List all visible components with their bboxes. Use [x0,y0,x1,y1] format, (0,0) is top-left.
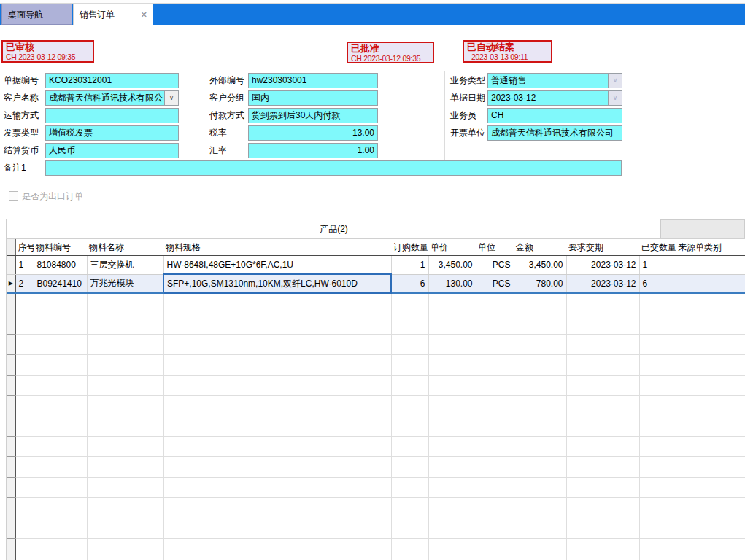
stamp-audited-title: 已审核 [6,42,90,52]
grid-empty-cell [514,335,566,355]
grid-empty-cell [87,293,163,314]
grid-empty-cell [428,396,476,416]
grid-empty-cell [428,293,476,314]
row-selector-cell [7,498,15,518]
tax-rate-field[interactable]: 13.00 [248,125,378,141]
stamp-auto-closed: 已自动结案 2023-03-13 09:11 [463,40,552,63]
biz-type-combobox[interactable]: 普通销售 ∨ [487,73,622,88]
cell-unit[interactable]: PCS [476,256,514,275]
grid-empty-cell [514,355,566,376]
close-tab-icon[interactable]: ✕ [141,4,147,26]
biz-type-dropdown-button[interactable]: ∨ [608,74,622,88]
cell-item-name[interactable]: 万兆光模块 [87,274,163,293]
cell-item-code[interactable]: B09241410 [34,274,87,293]
grid-empty-cell [639,376,676,396]
cell-amount[interactable]: 780.00 [514,274,566,293]
payment-field[interactable]: 货到票到后30天内付款 [248,108,378,123]
grid-empty-cell [566,478,639,498]
grid-empty-cell [676,376,745,396]
grid-empty-cell [391,396,428,416]
grid-empty-cell [566,539,639,559]
cell-delivered-qty[interactable]: 6 [639,274,676,293]
grid-empty-cell [87,396,163,416]
billing-unit-field[interactable]: 成都普天信科通讯技术有限公司 [487,125,622,141]
product-grid-caption: 产品(2) [7,219,661,238]
col-header-order-qty: 订购数量 [391,239,428,256]
cell-unit[interactable]: PCS [476,274,514,293]
currency-field[interactable]: 人民币 [45,143,179,158]
grid-empty-cell [428,437,476,457]
col-header-unit-price: 单价 [428,239,476,256]
tab-desktop-nav-label: 桌面导航 [8,9,43,20]
row-selector-cell[interactable] [7,256,15,275]
grid-empty-cell [34,539,87,559]
grid-empty-cell [676,314,745,335]
cell-unit-price[interactable]: 3,450.00 [428,256,476,275]
cell-seq[interactable]: 2 [15,274,34,293]
product-grid-corner-panel [660,219,745,238]
grid-empty-cell [514,478,566,498]
cell-item-name[interactable]: 三层交换机 [87,256,163,275]
col-header-required-date: 要求交期 [566,239,639,256]
cell-source-type[interactable] [676,256,745,275]
grid-empty-row [7,335,745,355]
customer-name-dropdown-button[interactable]: ∨ [164,91,178,105]
tab-desktop-nav[interactable]: 桌面导航 [1,4,72,25]
product-grid-caption-row: 产品(2) [7,219,745,239]
tab-sales-order[interactable]: 销售订单 ✕ [73,4,153,25]
grid-empty-cell [514,457,566,478]
doc-no-field[interactable]: KCO230312001 [45,73,179,88]
salesman-field[interactable]: CH [487,108,622,123]
currency-label: 结算货币 [4,143,39,158]
cell-order-qty[interactable]: 1 [391,256,428,275]
external-no-field[interactable]: hw230303001 [248,73,378,88]
product-row-1: 1 81084800 三层交换机 HW-8648I,48GE+10G*6F,AC… [7,256,745,275]
cell-seq[interactable]: 1 [15,256,34,275]
cell-required-date[interactable]: 2023-03-12 [566,274,639,293]
grid-empty-cell [391,293,428,314]
grid-empty-cell [566,416,639,437]
transport-field[interactable] [45,108,179,123]
cell-amount[interactable]: 3,450.00 [514,256,566,275]
sales-order-window: 桌面导航 销售订单 ✕ 已审核 CH 2023-03-12 09:35 已批准 … [0,0,745,560]
export-order-checkbox[interactable] [9,191,18,201]
row-selector-cell [7,396,15,416]
grid-empty-cell [476,478,514,498]
grid-empty-cell [639,355,676,376]
cell-item-spec[interactable]: HW-8648I,48GE+10G*6F,AC,1U [163,256,391,275]
remark1-field[interactable] [45,160,622,176]
grid-empty-cell [566,314,639,335]
exchange-rate-field[interactable]: 1.00 [248,143,378,158]
customer-group-field[interactable]: 国内 [248,90,378,106]
grid-empty-row [7,416,745,437]
doc-date-dropdown-button[interactable]: ∨ [608,91,622,105]
invoice-type-field[interactable]: 增值税发票 [45,125,179,141]
col-header-item-spec: 物料规格 [163,239,391,256]
cell-order-qty[interactable]: 6 [391,274,428,293]
cell-delivered-qty[interactable]: 1 [639,256,676,275]
row-selector-cell [7,539,15,559]
cell-source-type[interactable] [676,274,745,293]
customer-group-label: 客户分组 [209,90,244,106]
grid-empty-cell [676,416,745,437]
doc-date-combobox[interactable]: 2023-03-12 ∨ [487,90,622,106]
grid-empty-cell [514,498,566,518]
product-row-2-selected: ▶ 2 B09241410 万兆光模块 SFP+,10G,SM1310nm,10… [7,274,745,293]
cell-unit-price[interactable]: 130.00 [428,274,476,293]
exchange-rate-label: 汇率 [209,143,227,158]
cell-item-spec-focused[interactable]: SFP+,10G,SM1310nm,10KM,双纤LC,HW-6010D [163,274,391,293]
grid-empty-cell [514,539,566,559]
grid-empty-cell [163,396,391,416]
chevron-down-icon: ∨ [169,94,174,101]
grid-empty-cell [476,437,514,457]
cell-required-date[interactable]: 2023-03-12 [566,256,639,275]
grid-empty-cell [639,396,676,416]
grid-empty-cell [676,457,745,478]
grid-empty-cell [163,314,391,335]
customer-name-combobox[interactable]: 成都普天信科通讯技术有限公 ∨ [45,90,179,106]
grid-empty-cell [428,314,476,335]
cell-item-code[interactable]: 81084800 [34,256,87,275]
stamp-audited: 已审核 CH 2023-03-12 09:35 [1,40,94,63]
current-row-marker[interactable]: ▶ [7,274,15,293]
tab-sales-order-label: 销售订单 [80,9,115,20]
